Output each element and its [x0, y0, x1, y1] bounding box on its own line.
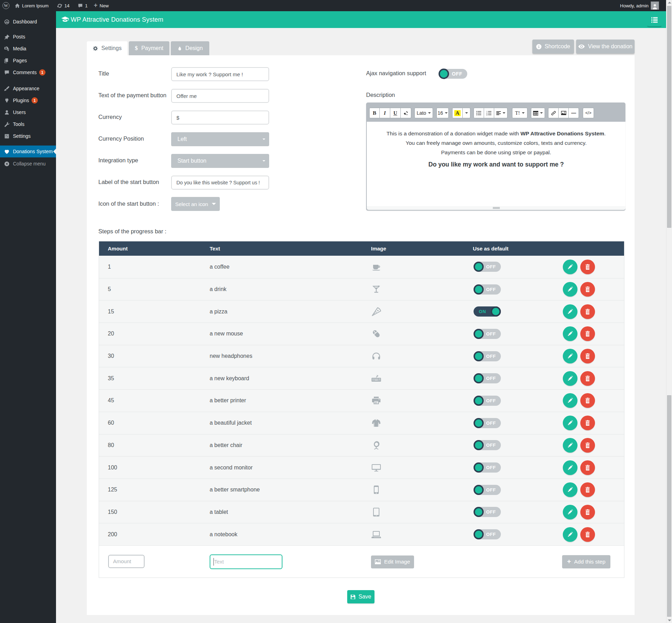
page-scrollbar[interactable] [666, 0, 672, 623]
howdy-menu[interactable]: Howdy, admin [620, 0, 649, 11]
editor-resize-handle[interactable] [493, 207, 500, 209]
tab-settings[interactable]: Settings [87, 41, 127, 55]
edit-step-button[interactable] [563, 482, 578, 497]
use-as-default-toggle[interactable]: OFF [474, 485, 501, 495]
paragraph-style-button[interactable]: T! [512, 108, 527, 118]
use-as-default-toggle[interactable]: OFF [474, 351, 501, 361]
use-as-default-toggle[interactable]: OFF [474, 262, 501, 272]
edit-step-button[interactable] [563, 527, 578, 542]
scroll-down-arrow[interactable] [668, 620, 671, 621]
edit-step-button[interactable] [563, 438, 578, 453]
sidebar-item-appearance[interactable]: Appearance [0, 83, 56, 94]
ordered-list-button[interactable] [484, 108, 494, 118]
use-as-default-toggle[interactable]: ON [474, 306, 501, 317]
edit-step-button[interactable] [563, 505, 578, 519]
delete-step-button[interactable] [580, 527, 595, 542]
new-amount-input[interactable]: Amount [108, 555, 145, 568]
select-icon-button[interactable]: Select an icon [171, 197, 220, 211]
save-button[interactable]: Save [347, 590, 374, 603]
delete-step-button[interactable] [580, 505, 595, 519]
edit-step-button[interactable] [563, 371, 578, 386]
use-as-default-toggle[interactable]: OFF [474, 507, 501, 517]
updates-menu[interactable]: 14 [57, 0, 69, 11]
edit-step-button[interactable] [563, 349, 578, 363]
header-menu-toggle-button[interactable] [646, 15, 663, 27]
scrollbar-thumb[interactable] [667, 395, 671, 617]
use-as-default-toggle[interactable]: OFF [474, 329, 501, 339]
delete-step-button[interactable] [580, 349, 595, 363]
delete-step-button[interactable] [580, 482, 595, 497]
sidebar-item-users[interactable]: Users [0, 106, 56, 118]
underline-button[interactable]: U [390, 108, 401, 118]
delete-step-button[interactable] [580, 326, 595, 341]
code-view-button[interactable]: </> [583, 108, 594, 118]
sidebar-item-tools[interactable]: Tools [0, 118, 56, 130]
delete-step-button[interactable] [580, 416, 595, 430]
start-button-label-input[interactable]: Do you like this website ? Support us ! [171, 176, 269, 190]
tab-design[interactable]: Design [171, 41, 209, 55]
delete-step-button[interactable] [580, 260, 595, 274]
new-text-input[interactable]: Text [210, 554, 282, 569]
currency-position-select[interactable]: Left [171, 132, 269, 146]
edit-image-button[interactable]: Edit Image [371, 555, 414, 568]
edit-step-button[interactable] [563, 282, 578, 297]
scrollbar-thumb[interactable] [667, 6, 671, 228]
sidebar-item-posts[interactable]: Posts [0, 31, 56, 43]
editor-content[interactable]: This is a demonstration of a donation wi… [367, 122, 625, 207]
font-size-button[interactable]: 16 [436, 108, 449, 118]
delete-step-button[interactable] [580, 371, 595, 386]
currency-input[interactable]: $ [171, 111, 269, 125]
insert-link-button[interactable] [548, 108, 559, 118]
delete-step-button[interactable] [580, 460, 595, 475]
delete-step-button[interactable] [580, 304, 595, 319]
edit-step-button[interactable] [563, 416, 578, 430]
wp-logo-menu[interactable]: W [2, 0, 9, 11]
title-input[interactable]: Like my work ? Support me ! [171, 67, 269, 81]
use-as-default-toggle[interactable]: OFF [474, 440, 501, 450]
avatar[interactable] [651, 1, 659, 10]
integration-type-select[interactable]: Start button [171, 154, 269, 168]
payment-button-text-input[interactable]: Offer me [171, 89, 269, 103]
sidebar-item-dashboard[interactable]: Dashboard [0, 16, 56, 28]
font-color-more-button[interactable] [463, 108, 470, 118]
ajax-toggle[interactable]: OFF [439, 69, 467, 79]
use-as-default-toggle[interactable]: OFF [474, 284, 501, 295]
bold-button[interactable]: B [369, 108, 380, 118]
sidebar-item-settings[interactable]: Settings [0, 130, 56, 142]
clear-format-button[interactable] [401, 108, 411, 118]
edit-step-button[interactable] [563, 304, 578, 319]
comments-menu[interactable]: 1 [78, 0, 88, 11]
use-as-default-toggle[interactable]: OFF [474, 462, 501, 473]
sidebar-item-donations-system[interactable]: Donations System [0, 146, 56, 157]
edit-step-button[interactable] [563, 260, 578, 274]
italic-button[interactable]: I [380, 108, 390, 118]
use-as-default-toggle[interactable]: OFF [474, 373, 501, 383]
table-button[interactable] [531, 108, 545, 118]
sidebar-item-media[interactable]: Media [0, 43, 56, 55]
font-color-button[interactable]: A [452, 108, 463, 118]
insert-image-button[interactable] [559, 108, 569, 118]
add-this-step-button[interactable]: + Add this step [562, 555, 610, 568]
sidebar-item-comments[interactable]: Comments 1 [0, 66, 56, 78]
delete-step-button[interactable] [580, 438, 595, 453]
sidebar-item-collapse-menu[interactable]: Collapse menu [0, 158, 56, 170]
edit-step-button[interactable] [563, 460, 578, 475]
delete-step-button[interactable] [580, 282, 595, 297]
scroll-up-arrow[interactable] [668, 2, 671, 3]
edit-step-button[interactable] [563, 393, 578, 408]
sidebar-item-plugins[interactable]: Plugins 1 [0, 94, 56, 106]
paragraph-align-button[interactable] [494, 108, 507, 118]
edit-step-button[interactable] [563, 326, 578, 341]
font-family-button[interactable]: Lato [414, 108, 433, 118]
use-as-default-toggle[interactable]: OFF [474, 529, 501, 539]
sidebar-item-pages[interactable]: Pages [0, 55, 56, 66]
site-name-menu[interactable]: Lorem Ipsum [15, 0, 49, 11]
view-donation-button[interactable]: View the donation [576, 40, 635, 54]
use-as-default-toggle[interactable]: OFF [474, 396, 501, 406]
new-menu[interactable]: + New [94, 0, 109, 11]
shortcode-button[interactable]: Shortcode [532, 40, 574, 54]
tab-payment[interactable]: $ Payment [129, 41, 169, 55]
unordered-list-button[interactable] [474, 108, 484, 118]
delete-step-button[interactable] [580, 393, 595, 408]
insert-hr-button[interactable]: — [569, 108, 579, 118]
